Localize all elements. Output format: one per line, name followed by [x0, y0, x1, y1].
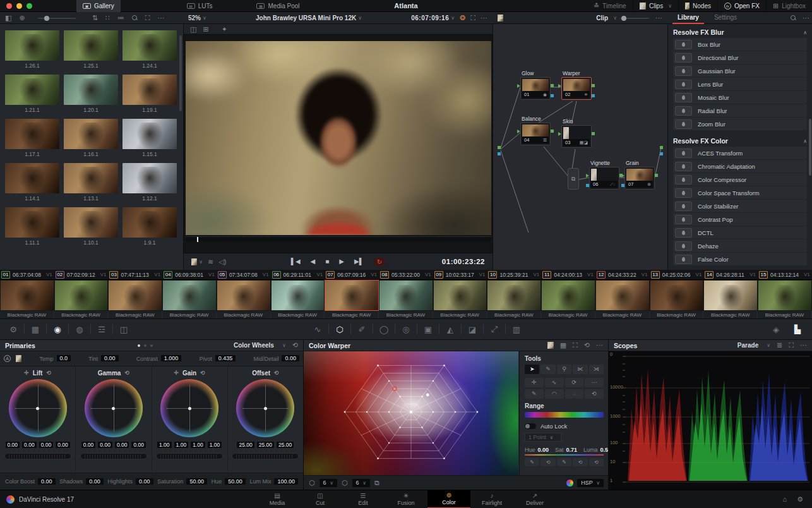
clip-number-badge[interactable]: 15 [759, 271, 768, 279]
page-media[interactable]: ▤Media [256, 490, 299, 508]
gain-y-value[interactable]: 1.00 [157, 442, 172, 448]
hue-value[interactable]: 50.00 [225, 478, 246, 485]
ruler-clip-entry[interactable]: 15 04:13:12:14 V1 [758, 270, 812, 279]
gallery-still[interactable]: 1.26.1 [5, 30, 59, 69]
gallery-still[interactable]: 1.17.1 [5, 119, 59, 157]
gallery-still[interactable]: 1.21.1 [5, 75, 59, 113]
keyframes-icon[interactable]: ◈ [765, 325, 787, 334]
gallery-still[interactable]: 1.14.1 [5, 163, 59, 202]
timeline-clip-thumbnail[interactable] [379, 280, 433, 311]
warper-hue-value[interactable]: 0.00 [538, 447, 549, 453]
fx-item[interactable]: Contrast Pop [673, 213, 807, 226]
enhanced-viewer-icon[interactable]: ✦ [222, 26, 227, 33]
fx-item[interactable]: Directional Blur [673, 51, 807, 64]
step-back-button[interactable]: ◀ [311, 258, 316, 266]
ruler-clip-entry[interactable]: 05 07:34:07:08 V1 [217, 270, 271, 279]
clip-number-badge[interactable]: 06 [272, 271, 281, 279]
node-tree-output[interactable] [660, 146, 663, 149]
fx-item[interactable]: Lens Blur [673, 78, 807, 90]
fx-item[interactable]: Color Compressor [673, 173, 807, 186]
node-skin[interactable]: Skin 03▦◪ [561, 125, 592, 148]
power-window-icon[interactable]: ◯ [373, 325, 395, 334]
tint-value[interactable]: 0.00 [101, 355, 119, 361]
gamma-y-value[interactable]: 0.00 [81, 442, 96, 448]
gallery-still[interactable]: 1.20.1 [64, 75, 118, 113]
page-edit[interactable]: ☰Edit [342, 490, 385, 508]
sat-pen-button[interactable]: ✎ [557, 458, 571, 466]
grab-still-icon[interactable]: ⊕ [19, 15, 25, 21]
hue-reset-button[interactable]: ⟲ [540, 458, 555, 466]
dotted-circle-button[interactable]: ◌ [565, 389, 584, 399]
gallery-zoom-slider[interactable] [38, 18, 76, 19]
scope-settings-icon[interactable]: ≣ [777, 342, 782, 349]
gain-r-value[interactable]: 1.00 [174, 442, 189, 448]
node-output-connector[interactable] [655, 174, 658, 177]
link-icon[interactable]: ⧉ [374, 480, 379, 487]
fx-item[interactable]: ACES Transform [673, 147, 807, 159]
node-input-connector[interactable] [517, 84, 520, 88]
split-screen-icon[interactable]: ◫ [190, 26, 196, 33]
fx-item[interactable]: False Color [673, 253, 807, 265]
page-deliver[interactable]: ↗Deliver [513, 490, 556, 508]
rotate-mesh-button[interactable]: ⟳ [565, 378, 584, 387]
ruler-clip-entry[interactable]: 08 05:33:22:00 V1 [379, 270, 433, 279]
gallery-scrollbar[interactable] [179, 35, 182, 111]
ruler-clip-entry[interactable]: 04 06:09:38:01 V1 [162, 270, 217, 279]
fx-item[interactable]: Box Blur [673, 38, 807, 51]
timeline-clip-thumbnail[interactable] [595, 280, 650, 311]
camera-raw-icon[interactable]: ⚙ [3, 325, 24, 334]
first-frame-button[interactable]: ▌◀ [291, 258, 301, 266]
node-vignette[interactable]: Vignette 06⟋◌ [589, 167, 619, 190]
timeline-clip-thumbnail[interactable] [541, 280, 595, 311]
viewer-options-icon[interactable]: ⋯ [481, 15, 487, 21]
gallery-still[interactable]: 1.11.1 [5, 207, 59, 246]
gallery-still[interactable]: 1.19.1 [122, 75, 177, 113]
scope-mode-dropdown[interactable]: Parade [737, 342, 758, 349]
node-key-connector[interactable] [592, 94, 595, 97]
close-button[interactable] [6, 3, 12, 9]
node-mode-dropdown[interactable]: Clip [596, 15, 608, 21]
grid-view-icon[interactable]: ∷ [105, 15, 110, 21]
tracker-icon[interactable]: ◎ [395, 325, 417, 334]
tab-fx-library[interactable]: Library [670, 12, 707, 24]
gamma-g-value[interactable]: 0.00 [115, 442, 129, 448]
fx-scrollbar[interactable] [809, 119, 811, 176]
offset-g-value[interactable]: 25.00 [257, 442, 274, 448]
scope-expand-icon[interactable]: ⛶ [789, 342, 794, 349]
stereo-3d-icon[interactable]: ▥ [506, 325, 527, 334]
node-input-connector[interactable] [558, 84, 561, 88]
fx-item[interactable]: Radial Blur [673, 104, 807, 117]
source-timecode[interactable]: 06:07:09:16 [411, 15, 449, 21]
warper-sat-value[interactable]: 0.71 [566, 447, 578, 453]
temp-value[interactable]: 0.0 [57, 355, 71, 361]
playhead[interactable] [197, 237, 198, 242]
draw-tool-button[interactable]: ✎ [540, 365, 555, 374]
magic-mask-icon[interactable]: ▣ [417, 325, 439, 334]
warper-options-icon[interactable]: ⋯ [596, 342, 603, 349]
color-match-icon[interactable]: ▦ [25, 325, 46, 334]
node-key-connector[interactable] [621, 184, 624, 187]
node-warper[interactable]: Warper 02✳ [561, 77, 592, 100]
select-tool-button[interactable]: ➤ [525, 365, 539, 374]
offset-master-dial[interactable] [232, 453, 299, 459]
lift-picker-icon[interactable]: ✛ [24, 370, 29, 376]
rgb-mixer-icon[interactable]: ☲ [91, 325, 112, 334]
node-output-connector[interactable] [592, 132, 595, 135]
gallery-still[interactable]: 1.12.1 [122, 163, 177, 202]
mesh-v-resolution-dropdown[interactable]: 6 ∨ [352, 479, 370, 487]
lift-reset-icon[interactable]: ⟲ [46, 370, 51, 376]
tab-gallery[interactable]: ▣ Gallery [76, 0, 121, 12]
gain-b-value[interactable]: 1.00 [208, 442, 222, 448]
fx-item[interactable]: DCTL [673, 226, 807, 239]
ruler-clip-entry[interactable]: 09 10:02:33:17 V1 [433, 270, 487, 279]
highlights-value[interactable]: 0.00 [136, 478, 153, 485]
loop-button[interactable]: ↻ [374, 258, 385, 266]
timeline-clip-thumbnail[interactable] [162, 280, 217, 311]
gallery-still[interactable]: 1.10.1 [64, 207, 118, 246]
fx-options-icon[interactable]: ⋯ [803, 15, 809, 21]
lift-color-wheel[interactable] [9, 379, 67, 437]
lift-b-value[interactable]: 0.00 [56, 442, 70, 448]
tab-media-pool[interactable]: ▦ Media Pool [250, 0, 306, 12]
clip-number-badge[interactable]: 01 [1, 271, 10, 279]
ruler-clip-entry[interactable]: 11 04:24:00:13 V1 [541, 270, 595, 279]
